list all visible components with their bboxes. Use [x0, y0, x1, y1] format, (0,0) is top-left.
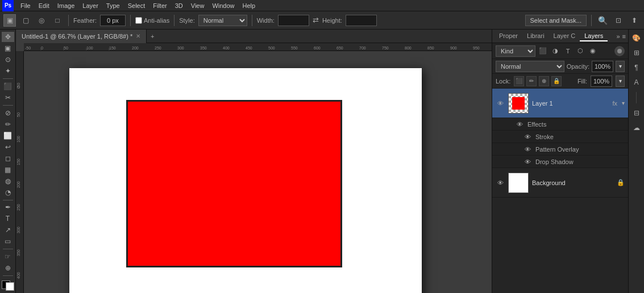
- tool-single-col[interactable]: □: [51, 14, 64, 27]
- menu-select[interactable]: Select: [124, 1, 149, 10]
- tab-close-icon[interactable]: ✕: [136, 33, 140, 39]
- marquee-rect-tool[interactable]: ▣: [2, 43, 14, 53]
- fill-dropdown-btn[interactable]: ▾: [616, 76, 625, 87]
- crop-tool[interactable]: ⬛: [2, 81, 14, 91]
- layer-item-background[interactable]: 👁 Background 🔒: [492, 168, 628, 198]
- zoom-tool[interactable]: ⊕: [2, 263, 14, 273]
- tab-libraries[interactable]: Librari: [522, 31, 549, 41]
- adjustment-filter-icon[interactable]: ◑: [550, 46, 560, 56]
- menu-type[interactable]: Type: [103, 1, 123, 10]
- background-visibility-icon[interactable]: 👁: [496, 178, 505, 187]
- shape-filter-icon[interactable]: ⬡: [575, 46, 585, 56]
- width-input[interactable]: [278, 15, 309, 26]
- fill-input[interactable]: [591, 76, 612, 87]
- feather-input[interactable]: [100, 15, 126, 26]
- lock-artboard-icon[interactable]: ⊕: [539, 76, 549, 86]
- pen-tool[interactable]: ✒: [2, 202, 14, 212]
- tab-layer-comp[interactable]: Layer C: [549, 31, 580, 41]
- eyedropper-tool[interactable]: ✂: [2, 93, 14, 103]
- path-select-tool[interactable]: ↗: [2, 225, 14, 235]
- pixel-filter-icon[interactable]: ⬛: [538, 46, 548, 56]
- menu-file[interactable]: File: [17, 1, 34, 10]
- tool-single-row[interactable]: ◎: [35, 14, 48, 27]
- anti-alias-checkbox[interactable]: [135, 17, 142, 24]
- filter-toggle[interactable]: [614, 46, 625, 56]
- color-picker-icon[interactable]: 🎨: [630, 32, 643, 44]
- height-input[interactable]: [346, 15, 377, 26]
- dropshadow-visibility-icon[interactable]: 👁: [523, 157, 532, 166]
- blur-tool[interactable]: ◍: [2, 176, 14, 186]
- lock-position-icon[interactable]: ✏: [526, 76, 537, 86]
- menu-edit[interactable]: Edit: [35, 1, 53, 10]
- eraser-tool[interactable]: ◻: [2, 153, 14, 164]
- layer-item-layer1[interactable]: 👁 Layer 1 fx ▾: [492, 89, 628, 118]
- lock-all-icon[interactable]: 🔒: [551, 76, 562, 86]
- brush-tool[interactable]: ✏: [2, 119, 14, 129]
- tab-properties[interactable]: Proper: [495, 31, 522, 41]
- menu-view[interactable]: View: [188, 1, 208, 10]
- svg-text:600: 600: [314, 46, 321, 50]
- new-tab-button[interactable]: +: [147, 30, 158, 43]
- move-tool[interactable]: ✥: [2, 32, 14, 42]
- shape-tool[interactable]: ▭: [2, 236, 14, 246]
- menu-bar: Ps File Edit Image Layer Type Select Fil…: [0, 0, 644, 11]
- search-icon[interactable]: 🔍: [596, 14, 609, 27]
- select-mask-button[interactable]: Select and Mask...: [525, 15, 587, 26]
- effects-visibility-icon[interactable]: 👁: [515, 120, 524, 129]
- swatches-icon[interactable]: ⊞: [630, 47, 643, 59]
- clone-tool[interactable]: ⬜: [2, 131, 14, 141]
- creative-cloud-icon[interactable]: ☁: [630, 122, 643, 134]
- panel-menu-icon[interactable]: ≡: [622, 33, 626, 40]
- tab-bar: Untitled-1 @ 66.7% (Layer 1, RGB/8#) * ✕…: [16, 30, 492, 43]
- menu-help[interactable]: Help: [239, 1, 259, 10]
- qr-code-icon[interactable]: ⊟: [630, 107, 643, 119]
- canvas-document[interactable]: [69, 68, 422, 293]
- fg-color[interactable]: [2, 281, 14, 291]
- healing-tool[interactable]: ⊘: [2, 108, 14, 118]
- effect-pattern-item[interactable]: 👁 Pattern Overlay: [492, 143, 628, 156]
- magic-wand-tool[interactable]: ✦: [2, 66, 14, 76]
- lasso-tool[interactable]: ⊙: [2, 55, 14, 65]
- tool-rect-marquee[interactable]: ▣: [3, 14, 16, 27]
- share-icon[interactable]: ⬆: [628, 14, 641, 27]
- tool-separator-3: [3, 200, 13, 200]
- layer1-visibility-icon[interactable]: 👁: [496, 99, 505, 108]
- kind-select[interactable]: Kind: [496, 45, 535, 57]
- tab-layers[interactable]: Layers: [580, 31, 608, 41]
- blend-mode-select[interactable]: Normal: [496, 61, 564, 72]
- effects-header-item[interactable]: 👁 Effects: [492, 118, 628, 131]
- gradient-tool[interactable]: ▦: [2, 165, 14, 175]
- dodge-tool[interactable]: ◔: [2, 187, 14, 198]
- opacity-input[interactable]: [592, 61, 613, 72]
- svg-text:400: 400: [223, 46, 230, 50]
- menu-3d[interactable]: 3D: [172, 1, 186, 10]
- pattern-visibility-icon[interactable]: 👁: [523, 145, 532, 154]
- stroke-visibility-icon[interactable]: 👁: [523, 132, 532, 141]
- effect-stroke-item[interactable]: 👁 Stroke: [492, 131, 628, 143]
- menu-window[interactable]: Window: [209, 1, 238, 10]
- canvas-viewport: -50 0 50 100 150 200 250 300 350 400 450…: [16, 43, 492, 293]
- dropshadow-label: Drop Shadow: [535, 158, 574, 165]
- layer1-fx-icon[interactable]: fx: [612, 100, 617, 107]
- character-icon[interactable]: A: [630, 76, 643, 89]
- type-filter-icon[interactable]: T: [563, 46, 573, 56]
- swap-wh-icon[interactable]: ⇄: [313, 16, 319, 24]
- screen-mode-icon[interactable]: ⊡: [612, 14, 625, 27]
- paragraph-icon[interactable]: ¶: [630, 61, 643, 74]
- tool-ellipse-marquee[interactable]: ▢: [19, 14, 32, 27]
- layer1-expand-icon[interactable]: ▾: [622, 100, 625, 106]
- panel-expand-icon[interactable]: »: [616, 33, 620, 40]
- effect-dropshadow-item[interactable]: 👁 Drop Shadow: [492, 156, 628, 168]
- menu-image[interactable]: Image: [54, 1, 78, 10]
- canvas-tab[interactable]: Untitled-1 @ 66.7% (Layer 1, RGB/8#) * ✕: [16, 30, 147, 43]
- history-brush-tool[interactable]: ↩: [2, 142, 14, 152]
- menu-layer[interactable]: Layer: [79, 1, 102, 10]
- hand-tool[interactable]: ☞: [2, 252, 14, 262]
- type-tool[interactable]: T: [2, 214, 14, 224]
- smartobj-filter-icon[interactable]: ◉: [588, 46, 598, 56]
- lock-pixels-icon[interactable]: ⬛: [514, 76, 524, 86]
- style-select[interactable]: NormalFixed RatioFixed Size: [198, 15, 247, 26]
- menu-filter[interactable]: Filter: [149, 1, 170, 10]
- opacity-dropdown-btn[interactable]: ▾: [616, 61, 625, 72]
- svg-text:200: 200: [132, 46, 139, 50]
